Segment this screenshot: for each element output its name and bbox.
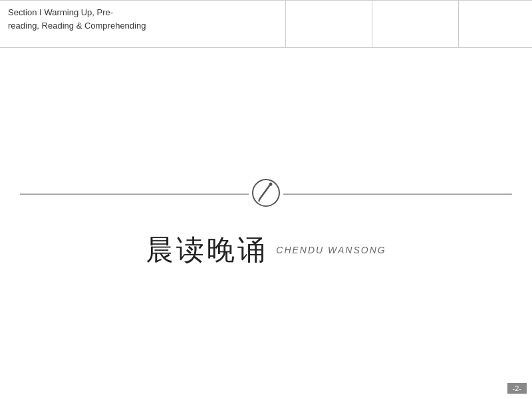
header-cell-3 xyxy=(372,1,459,47)
header-grid: Section Ⅰ Warming Up, Pre- reading, Read… xyxy=(0,0,532,48)
section-label-cell: Section Ⅰ Warming Up, Pre- reading, Read… xyxy=(0,1,286,47)
compass-icon xyxy=(249,177,283,211)
page-number: -2- xyxy=(507,383,527,394)
svg-point-0 xyxy=(253,180,279,206)
header-cell-4 xyxy=(459,1,532,47)
chinese-title: 晨读晚诵 xyxy=(146,231,268,269)
main-content: 晨读晚诵 CHENDU WANSONG xyxy=(0,47,532,399)
svg-point-3 xyxy=(269,183,273,186)
section-line2: reading, Reading & Comprehending xyxy=(8,21,146,31)
decorative-divider xyxy=(20,177,512,211)
section-line1: Section Ⅰ Warming Up, Pre- xyxy=(8,7,113,17)
title-area: 晨读晚诵 CHENDU WANSONG xyxy=(146,231,386,269)
section-label: Section Ⅰ Warming Up, Pre- reading, Read… xyxy=(8,7,146,31)
header-cell-2 xyxy=(286,1,372,47)
pinyin-title: CHENDU WANSONG xyxy=(276,245,386,255)
